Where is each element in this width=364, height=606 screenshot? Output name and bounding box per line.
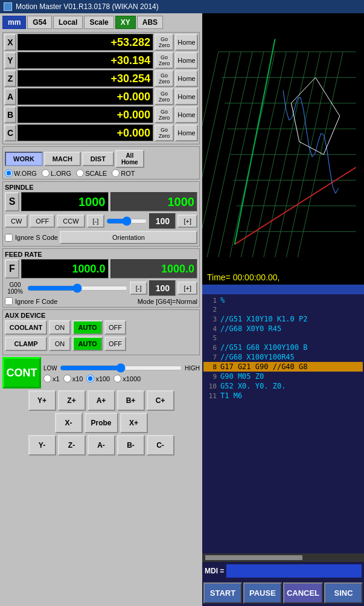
low-label: LOW (43, 365, 57, 372)
aux-title: AUX DEVICE (5, 312, 197, 319)
c-home[interactable]: Home (175, 124, 198, 141)
orientation-btn[interactable]: Orientation (60, 231, 197, 244)
jog-section: CONT LOW HIGH x1 x10 x100 x1000 (2, 357, 200, 456)
feed-current-value: 1000.0 (21, 259, 109, 279)
feed-control-row: G00100% [-] 100 [+] (5, 280, 197, 296)
cw-btn[interactable]: CW (5, 214, 28, 228)
spindle-minus-btn[interactable]: [-] (87, 214, 105, 228)
c-plus-btn[interactable]: C+ (147, 390, 174, 411)
line-number: 2 (205, 306, 217, 314)
b-label: B (4, 106, 16, 123)
abs-btn[interactable]: ABS (137, 16, 163, 29)
spindle-off-btn[interactable]: OFF (30, 214, 55, 228)
l-org-radio[interactable]: L.ORG (42, 169, 71, 177)
code-line: 7//G68 X100Y100R45 (203, 352, 363, 362)
mdi-input[interactable] (226, 564, 362, 578)
feed-slider-container[interactable] (27, 280, 128, 296)
z-plus-btn[interactable]: Z+ (58, 390, 86, 411)
x-plus-btn[interactable]: X+ (120, 413, 148, 433)
x100-radio[interactable]: x100 (86, 375, 110, 382)
work-btn[interactable]: WORK (5, 152, 43, 166)
all-home-btn[interactable]: AllHome (115, 150, 144, 168)
coolant-off-btn[interactable]: OFF (104, 320, 126, 335)
pause-btn[interactable]: PAUSE (243, 582, 282, 604)
spindle-control-row: CW OFF CCW [-] 100 [+] (5, 213, 197, 229)
code-scrollbar[interactable] (202, 553, 364, 562)
line-number: 5 (205, 334, 217, 342)
coolant-auto-btn[interactable]: AUTO (72, 320, 103, 335)
x10-radio[interactable]: x10 (63, 375, 83, 382)
mach-btn[interactable]: MACH (44, 152, 81, 166)
coolant-btn[interactable]: COOLANT (5, 320, 47, 335)
feed-value-row: F 1000.0 1000.0 (5, 259, 197, 279)
spindle-pct: 100 (149, 213, 176, 229)
spindle-ignore-row: Ignore S Code (5, 234, 58, 242)
coolant-row: COOLANT ON AUTO OFF (5, 320, 197, 335)
code-line: 8G17 G21 G90 //G40 G8 (203, 362, 363, 372)
a-home[interactable]: Home (175, 88, 198, 105)
spindle-slider-container[interactable] (106, 213, 147, 229)
y-minus-btn[interactable]: Y- (28, 435, 56, 456)
y-plus-btn[interactable]: Y+ (28, 390, 56, 411)
local-btn[interactable]: Local (53, 16, 83, 29)
mm-btn[interactable]: mm (2, 16, 26, 29)
x1000-radio[interactable]: x1000 (113, 375, 141, 382)
scale-radio[interactable]: SCALE (76, 169, 107, 177)
coolant-on-btn[interactable]: ON (49, 320, 71, 335)
cancel-btn[interactable]: CANCEL (283, 582, 323, 604)
z-home[interactable]: Home (175, 70, 198, 87)
feed-minus-btn[interactable]: [-] (130, 282, 148, 295)
feed-slider[interactable] (27, 283, 128, 293)
b-plus-btn[interactable]: B+ (117, 390, 145, 411)
clamp-on-btn[interactable]: ON (49, 337, 71, 351)
g54-btn[interactable]: G54 (27, 16, 52, 29)
ignore-f-code-checkbox[interactable] (5, 297, 13, 305)
clamp-auto-btn[interactable]: AUTO (72, 337, 103, 351)
code-line: 10G52 X0. Y0. Z0. (203, 381, 363, 391)
probe-btn[interactable]: Probe (85, 413, 118, 433)
sinc-btn[interactable]: SINC (324, 582, 363, 604)
line-code: G17 G21 G90 //G40 G8 (220, 363, 308, 371)
jog-row-1: Y+ Z+ A+ B+ C+ (2, 390, 200, 411)
c-go-zero[interactable]: GoZero (155, 124, 174, 141)
y-home[interactable]: Home (175, 52, 198, 69)
a-plus-btn[interactable]: A+ (88, 390, 115, 411)
dist-btn[interactable]: DIST (82, 152, 114, 166)
feed-f-label: F (5, 259, 19, 279)
x1-radio[interactable]: x1 (43, 375, 60, 382)
mdi-label: MDI = (205, 567, 224, 575)
z-go-zero[interactable]: GoZero (155, 70, 174, 87)
z-minus-btn[interactable]: Z- (58, 435, 86, 456)
code-line: 2 (203, 305, 363, 314)
cont-btn[interactable]: CONT (2, 357, 41, 388)
start-btn[interactable]: START (203, 582, 242, 604)
b-home[interactable]: Home (175, 106, 198, 123)
xy-btn[interactable]: XY (115, 16, 136, 29)
a-minus-btn[interactable]: A- (88, 435, 115, 456)
line-number: 6 (205, 344, 217, 352)
spindle-plus-btn[interactable]: [+] (177, 214, 197, 228)
x-go-zero[interactable]: GoZero (155, 34, 174, 51)
ccw-btn[interactable]: CCW (57, 214, 85, 228)
x-minus-btn[interactable]: X- (55, 413, 83, 433)
spindle-extra-row: Ignore S Code Orientation (5, 231, 197, 244)
c-label: C (4, 124, 16, 141)
spindle-slider[interactable] (106, 216, 147, 226)
w-org-radio[interactable]: W.ORG (5, 169, 37, 177)
b-go-zero[interactable]: GoZero (155, 106, 174, 123)
rot-radio[interactable]: ROT (112, 169, 135, 177)
feed-plus-btn[interactable]: [+] (177, 282, 197, 295)
b-value: +0.000 (18, 106, 153, 123)
scale-btn[interactable]: Scale (84, 16, 113, 29)
y-go-zero[interactable]: GoZero (155, 52, 174, 69)
time-display: Time= 00:00:00.00, (207, 272, 280, 282)
ignore-s-code-checkbox[interactable] (5, 234, 13, 242)
code-line: 4//G68 X0Y0 R45 (203, 324, 363, 334)
a-go-zero[interactable]: GoZero (155, 88, 174, 105)
c-minus-btn[interactable]: C- (147, 435, 174, 456)
x-home[interactable]: Home (175, 34, 198, 51)
clamp-btn[interactable]: CLAMP (5, 337, 47, 351)
jog-speed-slider[interactable] (60, 363, 182, 373)
b-minus-btn[interactable]: B- (117, 435, 145, 456)
clamp-off-btn[interactable]: OFF (104, 337, 126, 351)
